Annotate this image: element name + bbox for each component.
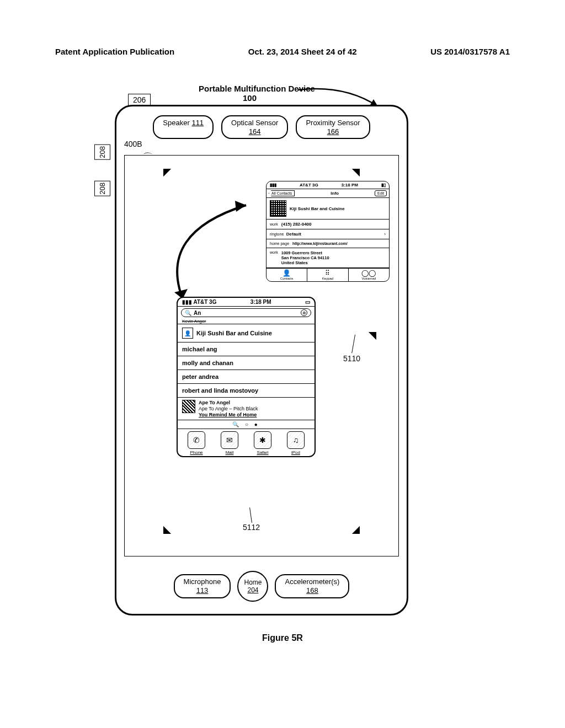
accel-label: Accelerometer(s) bbox=[285, 577, 339, 586]
proximity-sensor-pill: Proximity Sensor 166 bbox=[296, 115, 370, 139]
ringtone-row[interactable]: ringtone Default › bbox=[266, 229, 389, 239]
arrow-tl-icon bbox=[156, 161, 171, 176]
contact-thumbnail-icon bbox=[270, 200, 286, 217]
microphone-label: Microphone bbox=[184, 577, 221, 586]
keypad-icon: ⠿ bbox=[325, 270, 330, 276]
top-sensor-row: Speaker 111 Optical Sensor 164 Proximity… bbox=[116, 115, 407, 139]
addr-label: work bbox=[270, 250, 278, 254]
leader-line-5110 bbox=[351, 335, 365, 355]
dock-phone-label: Phone bbox=[190, 450, 202, 455]
phone-tab-bar: 👤 Contacts ⠿ Keypad ◯◯ Voicemail bbox=[266, 268, 389, 281]
ipod-icon: ♫ bbox=[287, 431, 305, 449]
work-phone-row[interactable]: work (415) 282-0400 bbox=[266, 220, 389, 229]
home-num: 204 bbox=[247, 586, 258, 594]
address-row[interactable]: work 1009 Guerrero Street San Francisco … bbox=[266, 248, 389, 268]
dock-safari[interactable]: ✱ Safari bbox=[254, 431, 271, 455]
microphone-num: 113 bbox=[196, 586, 209, 595]
arrow-mr-icon bbox=[369, 324, 384, 340]
carrier-label-front: AT&T 3G bbox=[193, 299, 216, 305]
ringtone-value: Default bbox=[286, 232, 301, 237]
accel-num: 168 bbox=[306, 586, 318, 595]
optical-label: Optical Sensor bbox=[231, 119, 278, 127]
album-art-icon bbox=[182, 400, 195, 413]
list-item-label: Kiji Sushi Bar and Cuisine bbox=[196, 330, 272, 336]
list-item[interactable]: michael ang bbox=[178, 342, 315, 356]
arrow-bl-icon bbox=[156, 526, 171, 542]
dock-ipod[interactable]: ♫ iPod bbox=[287, 431, 305, 455]
home-button[interactable]: Home 204 bbox=[237, 571, 268, 602]
status-bar-back: ▮▮▮ AT&T 3G 3:18 PM ▮▯ bbox=[266, 181, 389, 189]
list-item[interactable]: 👤 Kiji Sushi Bar and Cuisine bbox=[178, 324, 315, 342]
back-button[interactable]: All Contacts bbox=[269, 190, 295, 196]
edit-button[interactable]: Edit bbox=[375, 190, 387, 196]
homepage-row[interactable]: home page http://www.kijirestaurant.com/ bbox=[266, 239, 389, 248]
ringtone-label: ringtone bbox=[270, 232, 284, 236]
speaker-label: Speaker bbox=[163, 119, 189, 127]
person-icon: 👤 bbox=[282, 270, 291, 276]
homepage-value: http://www.kijirestaurant.com/ bbox=[292, 242, 348, 245]
time-label-front: 3:18 PM bbox=[250, 299, 271, 305]
ref-208-a: 208 bbox=[94, 144, 110, 160]
touch-screen[interactable]: ▮▮▮ AT&T 3G 3:18 PM ▮▯ All Contacts Info… bbox=[124, 155, 399, 556]
spotlight-search-card: ▮▮▮ AT&T 3G 3:18 PM ▭ 🔍 An ⊗ Kevin Anger… bbox=[177, 297, 316, 457]
search-field[interactable]: 🔍 An ⊗ bbox=[181, 308, 311, 317]
search-query: An bbox=[194, 310, 299, 316]
ref-5112: 5112 bbox=[243, 523, 260, 532]
page-indicator: 🔍 ○ ● bbox=[178, 420, 315, 429]
speaker-pill: Speaker 111 bbox=[153, 115, 214, 139]
device-ref: 100 bbox=[243, 93, 257, 103]
dock-safari-label: Safari bbox=[257, 450, 269, 455]
tab-voicemail-label: Voicemail bbox=[361, 277, 376, 280]
arrow-br-icon bbox=[352, 526, 367, 542]
dock-ipod-label: iPod bbox=[291, 450, 300, 455]
list-item[interactable]: robert and linda mostovoy bbox=[178, 384, 315, 398]
list-item-label: peter andrea bbox=[182, 373, 218, 380]
media-line3: You Remind Me of Home bbox=[199, 412, 258, 418]
contact-card-icon: 👤 bbox=[182, 328, 193, 339]
list-item-label: robert and linda mostovoy bbox=[182, 387, 258, 394]
contact-info-card: ▮▮▮ AT&T 3G 3:18 PM ▮▯ All Contacts Info… bbox=[266, 181, 390, 282]
tab-keypad-label: Keypad bbox=[322, 277, 333, 280]
safari-icon: ✱ bbox=[254, 431, 271, 449]
signal-icon: ▮▮▮ bbox=[270, 183, 276, 188]
home-label: Home bbox=[244, 579, 262, 586]
list-item-prev[interactable]: Kevin Anger bbox=[178, 319, 315, 324]
ref-400b: 400B bbox=[124, 140, 142, 148]
optical-sensor-pill: Optical Sensor 164 bbox=[221, 115, 288, 139]
dock-mail[interactable]: ✉ Mail bbox=[221, 431, 238, 455]
homepage-label: home page bbox=[270, 242, 289, 245]
device-frame: Speaker 111 Optical Sensor 164 Proximity… bbox=[115, 105, 408, 615]
addr-line1: 1009 Guerrero Street bbox=[281, 250, 322, 255]
svg-marker-1 bbox=[235, 201, 246, 212]
tab-contacts[interactable]: 👤 Contacts bbox=[266, 269, 307, 281]
curved-arrow-icon bbox=[169, 200, 268, 310]
media-result-item[interactable]: Ape To Angel Ape To Angle – Pitch Black … bbox=[178, 398, 315, 420]
phone-icon: ✆ bbox=[188, 431, 205, 449]
nav-title: Info bbox=[331, 191, 339, 196]
chevron-right-icon: › bbox=[384, 232, 386, 237]
contact-name: Kiji Sushi Bar and Cuisine bbox=[290, 206, 345, 211]
mail-icon: ✉ bbox=[221, 431, 238, 449]
ref-5110: 5110 bbox=[343, 354, 360, 363]
work-phone-value: (415) 282-0400 bbox=[281, 222, 312, 227]
leader-line-5112 bbox=[249, 507, 253, 523]
signal-icon: ▮▮▮ bbox=[182, 299, 193, 305]
proximity-num: 166 bbox=[327, 127, 339, 136]
list-item[interactable]: peter andrea bbox=[178, 370, 315, 384]
work-phone-label: work bbox=[270, 222, 278, 226]
arrow-tr-icon bbox=[352, 161, 367, 176]
sheet-label: Oct. 23, 2014 Sheet 24 of 42 bbox=[248, 47, 357, 56]
tab-voicemail[interactable]: ◯◯ Voicemail bbox=[348, 269, 389, 281]
time-label: 3:18 PM bbox=[342, 183, 358, 188]
dock-phone[interactable]: ✆ Phone bbox=[188, 431, 205, 455]
list-item[interactable]: molly and chanan bbox=[178, 356, 315, 370]
battery-icon: ▮▯ bbox=[381, 183, 386, 188]
accelerometer-pill: Accelerometer(s) 168 bbox=[275, 574, 349, 598]
tab-keypad[interactable]: ⠿ Keypad bbox=[307, 269, 348, 281]
optical-num: 164 bbox=[249, 127, 261, 136]
tab-contacts-label: Contacts bbox=[280, 277, 294, 280]
pub-number: US 2014/0317578 A1 bbox=[430, 47, 510, 56]
clear-search-icon[interactable]: ⊗ bbox=[301, 309, 307, 316]
media-title: Ape To Angel bbox=[199, 400, 258, 406]
figure-label: Figure 5R bbox=[0, 633, 565, 643]
